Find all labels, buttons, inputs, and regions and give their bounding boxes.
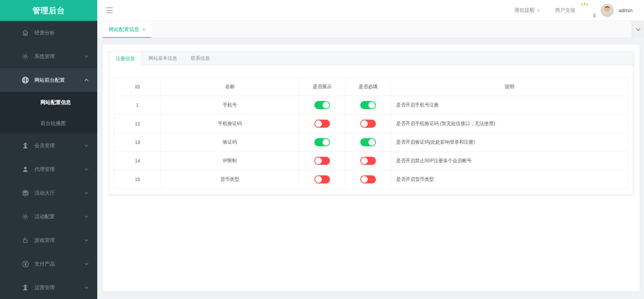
cell-description: 是否开启验证码(此处影响登录和注册) xyxy=(391,133,628,152)
sidebar-subitem-label: 前台轮播图 xyxy=(41,120,66,127)
cell-id: 12 xyxy=(114,115,161,133)
config-tabs-card: 注册信息 网站基本信息 联系信息 ID 名称 xyxy=(109,51,634,195)
member-spy-icon xyxy=(21,283,30,292)
show-toggle[interactable] xyxy=(314,138,330,146)
cell-description: 是否开启禁止同IP注册多个会员帐号 xyxy=(391,152,628,170)
cell-description: 是否开启手机号注册 xyxy=(391,96,628,115)
chevron-down-icon xyxy=(84,55,88,58)
sidebar-item-system-mgmt[interactable]: 系统管理 xyxy=(0,45,97,68)
close-icon[interactable]: × xyxy=(143,27,145,32)
gear-icon xyxy=(21,52,30,61)
sidebar-item-label: 经营分析 xyxy=(34,30,55,36)
sidebar-item-activity-hall[interactable]: 活动大厅 xyxy=(0,181,97,205)
col-header-name: 名称 xyxy=(161,78,299,96)
col-header-desc: 说明 xyxy=(391,78,628,96)
sidebar-item-label: 游戏管理 xyxy=(34,237,55,244)
card-tab-bar: 注册信息 网站基本信息 联系信息 xyxy=(109,52,633,65)
content-panel: 注册信息 网站基本信息 联系信息 ID 名称 xyxy=(103,45,640,292)
table-row: 12 手机验证码 是否开启手机验证码 (暂无短信接口，无法使用) xyxy=(114,115,628,133)
tab-label: 注册信息 xyxy=(116,56,135,62)
sidebar-item-site-frontend-config[interactable]: 网站前台配置 xyxy=(0,68,97,92)
recharge-label: 商户充值 xyxy=(555,7,575,14)
sidebar: 管理后台 经营分析 系统管理 网站前台配置 网站配置信息 前台轮播图 xyxy=(0,0,97,299)
sidebar-item-label: 会员管理 xyxy=(34,143,55,149)
tabstrip-chevron-button[interactable] xyxy=(632,21,644,38)
col-header-show: 是否展示 xyxy=(299,78,345,96)
col-header-required: 是否必填 xyxy=(345,78,391,96)
sidebar-item-operation-mgmt[interactable]: 运营管理 xyxy=(0,276,97,299)
chevron-down-icon xyxy=(84,215,88,218)
gift-icon xyxy=(21,189,30,197)
globe-icon xyxy=(21,76,30,84)
cell-name: IP限制 xyxy=(161,152,299,170)
lock-open-icon xyxy=(21,236,30,245)
table-header-row: ID 名称 是否展示 是否必填 说明 xyxy=(114,78,628,96)
main-content: 注册信息 网站基本信息 联系信息 ID 名称 xyxy=(97,38,644,299)
chevron-down-icon xyxy=(84,263,88,265)
gear-icon xyxy=(21,212,30,221)
required-toggle[interactable] xyxy=(360,157,376,165)
route-tab-strip: 网站配置信息 × xyxy=(97,21,644,38)
sidebar-item-label: 系统管理 xyxy=(34,53,55,60)
sidebar-item-label: 支付产品 xyxy=(34,261,55,267)
avatar[interactable] xyxy=(600,4,614,17)
tab-contact-info[interactable]: 联系信息 xyxy=(184,52,217,65)
sidebar-item-label: 代理管理 xyxy=(34,166,55,173)
app-logo-title: 管理后台 xyxy=(0,0,97,21)
cell-id: 15 xyxy=(114,170,161,189)
chevron-down-icon: ▼ xyxy=(537,9,540,12)
sidebar-item-member-mgmt[interactable]: 会员管理 xyxy=(0,134,97,157)
chevron-down-icon xyxy=(84,144,88,147)
cell-description: 是否开启货币类型 xyxy=(391,170,628,189)
tab-register-info[interactable]: 注册信息 xyxy=(109,52,142,66)
route-tab-site-config[interactable]: 网站配置信息 × xyxy=(103,21,151,38)
person-icon xyxy=(21,165,30,174)
show-toggle[interactable] xyxy=(314,175,330,183)
sidebar-item-agent-mgmt[interactable]: 代理管理 xyxy=(0,157,97,181)
notice-dropdown[interactable]: 通知提醒 ▼ xyxy=(514,7,540,14)
sidebar-item-activity-config[interactable]: 活动配置 xyxy=(0,205,97,228)
chevron-down-icon xyxy=(84,168,88,171)
sidebar-item-label: 活动大厅 xyxy=(34,190,55,196)
sidebar-item-label: 网站前台配置 xyxy=(34,77,65,83)
cell-name: 手机验证码 xyxy=(161,115,299,133)
sidebar-item-label: 活动配置 xyxy=(34,214,55,220)
chevron-down-icon xyxy=(84,239,88,242)
coin-hand-icon: $ xyxy=(577,2,596,18)
merchant-recharge-button[interactable]: 商户充值 $ xyxy=(555,2,596,18)
sidebar-item-label: 运营管理 xyxy=(34,284,55,291)
show-toggle[interactable] xyxy=(314,157,330,165)
chevron-up-icon xyxy=(84,79,88,81)
sidebar-submenu-site-frontend: 网站配置信息 前台轮播图 xyxy=(0,92,97,134)
cell-id: 14 xyxy=(114,152,161,170)
sidebar-subitem-site-config-info[interactable]: 网站配置信息 xyxy=(0,92,97,113)
sidebar-subitem-frontend-carousel[interactable]: 前台轮播图 xyxy=(0,113,97,134)
table-row: 1 手机号 是否开启手机号注册 xyxy=(114,96,628,115)
sidebar-collapse-icon[interactable] xyxy=(106,7,113,13)
tab-panel-register-info: ID 名称 是否展示 是否必填 说明 1 手机号 xyxy=(109,65,633,194)
required-toggle[interactable] xyxy=(360,120,376,128)
tab-site-basic-info[interactable]: 网站基本信息 xyxy=(142,52,184,65)
required-toggle[interactable] xyxy=(360,138,376,146)
home-icon xyxy=(21,28,30,37)
sidebar-item-payment-products[interactable]: 支付产品 xyxy=(0,252,97,276)
cell-name: 货币类型 xyxy=(161,170,299,189)
cell-id: 1 xyxy=(114,96,161,115)
sidebar-subitem-label: 网站配置信息 xyxy=(41,99,71,106)
cell-name: 手机号 xyxy=(161,96,299,115)
chevron-down-icon xyxy=(84,286,88,289)
cell-description: 是否开启手机验证码 (暂无短信接口，无法使用) xyxy=(391,115,628,133)
top-header: 通知提醒 ▼ 商户充值 $ xyxy=(97,0,644,21)
sidebar-item-business-analysis[interactable]: 经营分析 xyxy=(0,21,97,45)
member-spy-icon xyxy=(21,141,30,150)
show-toggle[interactable] xyxy=(314,120,330,128)
required-toggle[interactable] xyxy=(360,101,376,109)
sidebar-item-game-mgmt[interactable]: 游戏管理 xyxy=(0,228,97,252)
show-toggle[interactable] xyxy=(314,101,330,109)
yen-circle-icon xyxy=(21,259,30,268)
required-toggle[interactable] xyxy=(360,175,376,183)
tab-label: 联系信息 xyxy=(191,55,210,61)
table-row: 15 货币类型 是否开启货币类型 xyxy=(114,170,628,189)
config-table: ID 名称 是否展示 是否必填 说明 1 手机号 xyxy=(114,77,628,189)
chevron-down-icon xyxy=(84,192,88,194)
